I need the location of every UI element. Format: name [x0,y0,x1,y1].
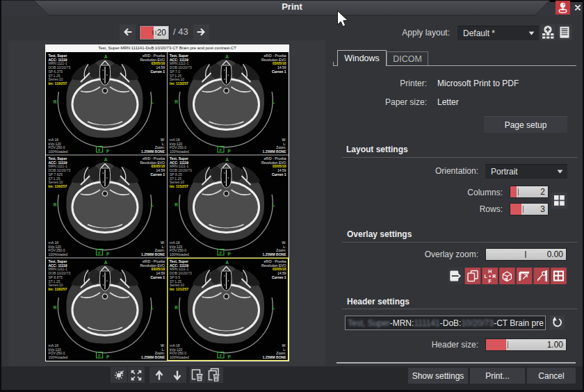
svg-text:F: F [220,251,222,255]
svg-text:L: L [273,305,275,310]
svg-text:L: L [273,99,275,104]
svg-text:A: A [225,260,229,265]
svg-text:100%loaded: 100%loaded [170,252,189,256]
svg-text:F: F [98,148,101,152]
svg-text:F: F [220,354,222,358]
svg-text:1.25MM BONE: 1.25MM BONE [263,355,287,359]
svg-text:Curren 1: Curren 1 [272,172,286,177]
svg-text:1.25MM BONE: 1.25MM BONE [141,252,165,256]
svg-text:Im: 121/257: Im: 121/257 [170,287,188,291]
svg-text:R: R [504,277,508,281]
svg-text:R: R [175,202,178,207]
svg-text:P: P [228,149,232,154]
svg-text:L: L [151,99,154,104]
svg-text:P: P [106,354,110,359]
svg-text:Im: 116/257: Im: 116/257 [49,184,67,188]
svg-text:H: H [488,269,492,274]
svg-text:1.25MM BONE: 1.25MM BONE [141,355,165,359]
svg-text:R: R [492,274,496,279]
svg-text:Test, Super-MRN:111141-DoB:10/: Test, Super-MRN:111141-DoB:10/20/73-CT B… [98,46,236,50]
svg-text:P: P [106,252,110,256]
svg-text:L: L [151,202,154,207]
svg-text:F: F [220,148,222,152]
svg-text:L: L [273,202,275,207]
svg-text:A: A [104,54,108,59]
svg-text:Im: 113/257: Im: 113/257 [170,81,188,85]
svg-text:A: A [104,260,108,265]
svg-text:1.25MM BONE: 1.25MM BONE [141,149,165,154]
svg-text:F: F [489,279,492,284]
svg-text:Im: 119/257: Im: 119/257 [49,81,67,85]
svg-text:F: F [98,251,101,255]
svg-text:P: P [228,252,232,256]
svg-text:F: F [98,354,101,358]
svg-text:Curren 1: Curren 1 [272,70,286,74]
svg-text:Curren 1: Curren 1 [150,70,165,74]
svg-text:100%loaded: 100%loaded [49,149,68,154]
svg-text:100%loaded: 100%loaded [170,355,189,359]
svg-text:L: L [485,274,488,279]
svg-text:1.25MM BONE: 1.25MM BONE [263,149,287,154]
svg-text:Curren 1: Curren 1 [150,172,165,177]
svg-text:A: A [225,157,229,162]
svg-text:100%loaded: 100%loaded [49,355,68,359]
svg-text:R: R [54,99,57,104]
svg-text:P: P [106,149,110,154]
svg-text:Im: 118/257: Im: 118/257 [49,287,67,291]
svg-text:Curren 1: Curren 1 [150,275,165,279]
svg-text:R: R [54,202,57,207]
svg-text:R: R [175,305,178,310]
svg-text:Im: 115/257: Im: 115/257 [170,184,188,188]
svg-text:P: P [228,354,232,359]
svg-text:Curren 1: Curren 1 [272,275,286,279]
svg-text:R: R [54,305,57,310]
svg-text:100%loaded: 100%loaded [49,252,68,256]
svg-text:100%loaded: 100%loaded [170,149,189,154]
svg-text:R: R [175,99,178,104]
svg-text:A: A [104,157,108,162]
svg-text:L: L [151,305,154,310]
svg-text:A: A [225,54,229,59]
svg-text:1.25MM BONE: 1.25MM BONE [263,252,287,256]
